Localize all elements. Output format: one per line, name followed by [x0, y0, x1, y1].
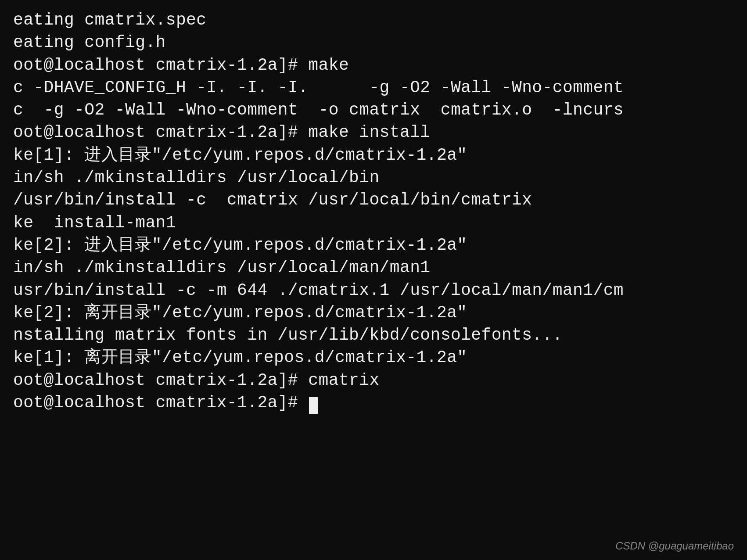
- terminal-line: oot@localhost cmatrix-1.2a]#: [13, 391, 734, 414]
- terminal-line: oot@localhost cmatrix-1.2a]# make: [13, 54, 734, 76]
- terminal-line: oot@localhost cmatrix-1.2a]# cmatrix: [13, 369, 734, 391]
- terminal-line: ke[1]: 进入目录"/etc/yum.repos.d/cmatrix-1.2…: [13, 144, 734, 166]
- terminal-line: c -DHAVE_CONFIG_H -I. -I. -I. -g -O2 -Wa…: [13, 76, 734, 99]
- terminal-line: nstalling matrix fonts in /usr/lib/kbd/c…: [13, 324, 734, 346]
- terminal-line: ke install-man1: [13, 212, 734, 234]
- terminal-line: eating cmatrix.spec: [13, 9, 734, 31]
- terminal-line: in/sh ./mkinstalldirs /usr/local/bin: [13, 166, 734, 189]
- terminal-output: eating cmatrix.speceating config.hoot@lo…: [13, 9, 734, 414]
- terminal-line: ke[2]: 离开目录"/etc/yum.repos.d/cmatrix-1.2…: [13, 302, 734, 324]
- terminal-window: eating cmatrix.speceating config.hoot@lo…: [0, 0, 747, 560]
- terminal-line: usr/bin/install -c -m 644 ./cmatrix.1 /u…: [13, 279, 734, 302]
- terminal-line: ke[2]: 进入目录"/etc/yum.repos.d/cmatrix-1.2…: [13, 234, 734, 256]
- watermark: CSDN @guaguameitibao: [615, 540, 734, 552]
- terminal-line: eating config.h: [13, 31, 734, 54]
- terminal-line: ke[1]: 离开目录"/etc/yum.repos.d/cmatrix-1.2…: [13, 346, 734, 369]
- terminal-line: /usr/bin/install -c cmatrix /usr/local/b…: [13, 189, 734, 211]
- terminal-cursor: [309, 397, 318, 414]
- terminal-line: c -g -O2 -Wall -Wno-comment -o cmatrix c…: [13, 99, 734, 121]
- terminal-line: oot@localhost cmatrix-1.2a]# make instal…: [13, 121, 734, 144]
- terminal-line: in/sh ./mkinstalldirs /usr/local/man/man…: [13, 256, 734, 279]
